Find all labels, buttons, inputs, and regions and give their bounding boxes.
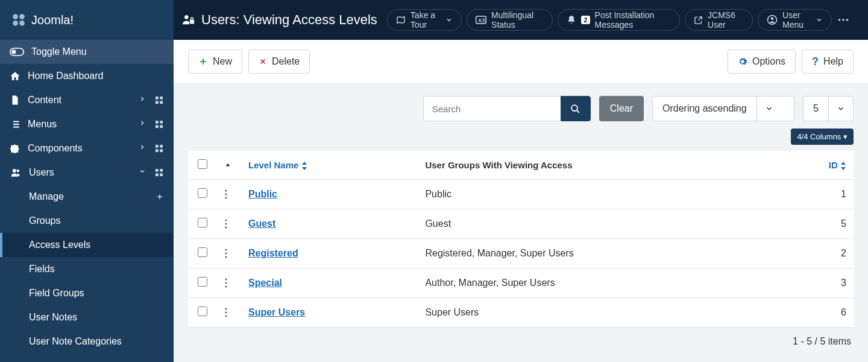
row-checkbox[interactable]: [198, 247, 207, 257]
options-button[interactable]: Options: [728, 49, 796, 74]
svg-point-39: [225, 223, 227, 224]
svg-rect-26: [156, 149, 159, 152]
chevron-right-icon[interactable]: [139, 144, 146, 153]
sort-asc-icon: [224, 162, 234, 169]
sidebar-sub-user-notes[interactable]: User Notes: [0, 305, 174, 329]
sidebar-sub-user-note-categories[interactable]: User Note Categories: [0, 329, 174, 354]
svg-rect-27: [160, 149, 163, 152]
search-input[interactable]: [423, 96, 561, 121]
table-area: 4/4 Columns ▾ Level Name User Groups Wit…: [174, 129, 868, 362]
search-button[interactable]: [561, 96, 591, 121]
drag-handle-icon[interactable]: [224, 249, 234, 258]
svg-rect-19: [160, 101, 163, 104]
svg-point-37: [225, 197, 227, 198]
help-button[interactable]: ? Help: [802, 49, 854, 74]
svg-rect-5: [190, 20, 194, 24]
ordering-value: Ordering ascending: [653, 97, 756, 121]
sidebar-toggle[interactable]: Toggle Menu: [0, 40, 174, 64]
delete-button[interactable]: Delete: [248, 49, 310, 74]
level-name-link[interactable]: Public: [248, 189, 277, 199]
sidebar-item-components[interactable]: Components: [0, 136, 174, 160]
plus-icon: [198, 57, 208, 66]
target-user-pill[interactable]: JCMS6 User: [685, 9, 753, 31]
take-tour-pill[interactable]: Take a Tour: [387, 9, 462, 31]
dashboard-icon[interactable]: [154, 144, 164, 153]
level-name-link[interactable]: Registered: [248, 248, 298, 258]
row-groups: Public: [418, 180, 811, 209]
row-checkbox[interactable]: [198, 218, 207, 227]
home-icon: [10, 71, 20, 81]
svg-point-38: [225, 219, 227, 221]
chevron-down-icon: [828, 97, 853, 121]
table-row: Super UsersSuper Users6: [188, 298, 854, 328]
chevron-down-icon: [816, 16, 823, 24]
dashboard-icon[interactable]: [154, 95, 164, 105]
language-icon: A文: [476, 15, 486, 25]
sidebar-sub-label: Fields: [29, 264, 55, 275]
level-name-link[interactable]: Special: [248, 278, 282, 288]
svg-rect-20: [156, 121, 159, 124]
new-button[interactable]: New: [188, 49, 242, 74]
level-name-header[interactable]: Level Name: [241, 151, 418, 180]
plus-icon[interactable]: [156, 192, 164, 201]
drag-handle-icon[interactable]: [224, 278, 234, 288]
svg-point-47: [225, 308, 227, 310]
id-header[interactable]: ID: [811, 151, 854, 180]
users-lock-icon: [182, 13, 195, 27]
svg-rect-22: [156, 125, 159, 128]
columns-button[interactable]: 4/4 Columns ▾: [791, 129, 854, 145]
dashboard-icon[interactable]: [154, 119, 164, 129]
limit-select[interactable]: 5: [803, 96, 854, 121]
sidebar-item-users[interactable]: Users: [0, 160, 174, 185]
sidebar-item-menus[interactable]: Menus: [0, 112, 174, 136]
svg-rect-30: [156, 169, 159, 172]
ordering-select[interactable]: Ordering ascending: [652, 96, 794, 121]
sidebar-sub-label: User Notes: [29, 312, 77, 323]
bell-icon: [567, 15, 576, 25]
joomla-logo-icon: [11, 12, 27, 28]
svg-rect-17: [160, 97, 163, 100]
clear-button[interactable]: Clear: [599, 96, 644, 121]
chevron-down-icon[interactable]: [139, 168, 146, 177]
sidebar-item-content[interactable]: Content: [0, 88, 174, 112]
level-name-link[interactable]: Super Users: [248, 307, 305, 317]
sidebar-sub-fields[interactable]: Fields: [0, 257, 174, 281]
svg-point-12: [842, 19, 844, 21]
level-name-link[interactable]: Guest: [248, 218, 275, 229]
page-title-area: Users: Viewing Access Levels: [174, 12, 380, 28]
top-header: Joomla! Users: Viewing Access Levels Tak…: [0, 0, 868, 40]
external-link-icon: [694, 16, 703, 25]
order-header[interactable]: [217, 151, 241, 180]
user-circle-icon: [767, 14, 778, 25]
brand-area[interactable]: Joomla!: [0, 0, 174, 40]
multilingual-pill[interactable]: A文 Multilingual Status: [467, 9, 553, 31]
chevron-right-icon[interactable]: [139, 119, 146, 129]
drag-handle-icon[interactable]: [224, 219, 234, 229]
svg-point-46: [225, 285, 227, 287]
sidebar-item-label: Content: [28, 95, 61, 106]
select-all-checkbox[interactable]: [198, 159, 207, 169]
row-checkbox[interactable]: [198, 277, 207, 287]
svg-point-4: [184, 15, 188, 19]
svg-point-48: [225, 311, 227, 313]
post-install-pill[interactable]: 2 Post Installation Messages: [558, 9, 680, 31]
row-id: 5: [811, 209, 854, 239]
sidebar-item-home[interactable]: Home Dashboard: [0, 64, 174, 88]
row-groups: Guest: [418, 209, 811, 239]
sidebar-sub-manage[interactable]: Manage: [0, 185, 174, 209]
more-icon[interactable]: [837, 13, 850, 27]
sidebar-sub-field-groups[interactable]: Field Groups: [0, 281, 174, 305]
row-checkbox[interactable]: [198, 306, 207, 316]
drag-handle-icon[interactable]: [224, 308, 234, 317]
row-checkbox[interactable]: [198, 188, 207, 198]
pagination-info: 1 - 5 / 5 items: [188, 328, 854, 355]
sort-icon: [301, 162, 307, 170]
sidebar-sub-groups[interactable]: Groups: [0, 209, 174, 233]
map-icon: [396, 15, 406, 25]
svg-point-2: [13, 21, 18, 26]
drag-handle-icon[interactable]: [224, 189, 234, 199]
dashboard-icon[interactable]: [154, 168, 164, 177]
user-menu-pill[interactable]: User Menu: [758, 9, 832, 31]
sidebar-sub-access-levels[interactable]: Access Levels: [0, 233, 174, 257]
chevron-right-icon[interactable]: [139, 95, 146, 105]
